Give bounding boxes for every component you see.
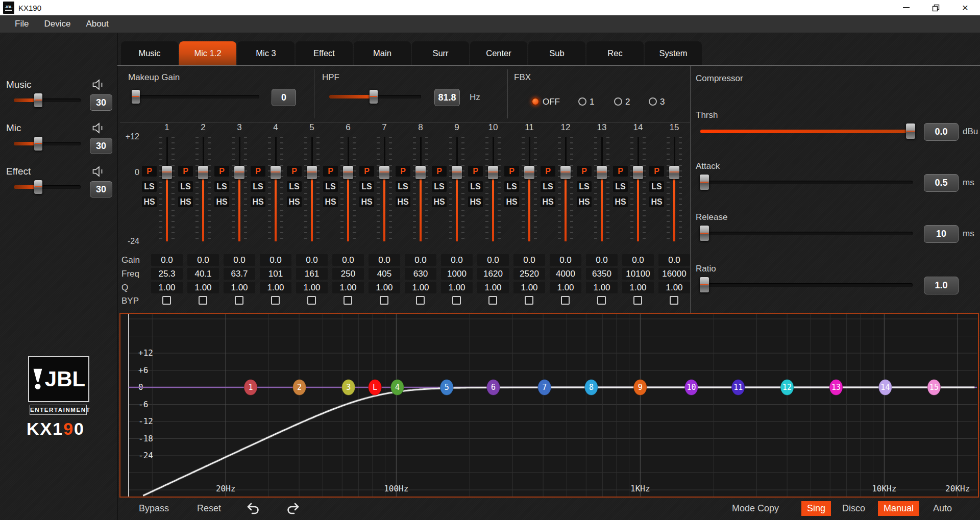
eq-q-value[interactable]: 1.00 (369, 282, 400, 293)
redo-button[interactable] (286, 502, 300, 514)
eq-band-handle[interactable] (234, 166, 244, 179)
eq-q-value[interactable]: 1.00 (586, 282, 618, 293)
menu-device[interactable]: Device (36, 19, 78, 29)
graph-band-marker-7[interactable]: 7 (538, 380, 551, 395)
compressor-ratio-handle[interactable] (700, 277, 709, 292)
eq-band-handle[interactable] (415, 166, 426, 179)
eq-freq-value[interactable]: 161 (296, 268, 328, 280)
graph-band-marker-3[interactable]: 3 (342, 380, 355, 395)
eq-freq-value[interactable]: 4000 (550, 268, 581, 280)
minimize-button[interactable] (891, 0, 921, 15)
eq-band-ls-button[interactable]: LS (577, 181, 592, 192)
eq-band-handle[interactable] (452, 166, 462, 179)
tab-effect[interactable]: Effect (296, 41, 353, 65)
tab-center[interactable]: Center (470, 41, 527, 65)
eq-freq-value[interactable]: 16000 (658, 268, 690, 280)
eq-band-p-button[interactable]: P (649, 166, 664, 177)
eq-band-handle[interactable] (597, 166, 607, 179)
close-button[interactable]: × (950, 0, 980, 15)
eq-band-ls-button[interactable]: LS (178, 181, 193, 192)
eq-bypass-checkbox[interactable] (235, 296, 243, 305)
tab-sub[interactable]: Sub (528, 41, 585, 65)
eq-freq-value[interactable]: 250 (332, 268, 364, 280)
eq-band-hs-button[interactable]: HS (541, 196, 555, 207)
mode-manual-button[interactable]: Manual (878, 501, 919, 516)
eq-bypass-checkbox[interactable] (307, 296, 316, 305)
eq-band-ls-button[interactable]: LS (323, 181, 338, 192)
eq-freq-value[interactable]: 630 (405, 268, 436, 280)
eq-bypass-checkbox[interactable] (525, 296, 533, 305)
eq-band-p-button[interactable]: P (613, 166, 628, 177)
eq-band-ls-button[interactable]: LS (142, 181, 157, 192)
eq-gain-value[interactable]: 0.0 (224, 254, 255, 266)
eq-bypass-checkbox[interactable] (670, 296, 678, 305)
eq-band-track-fill[interactable] (420, 172, 422, 241)
eq-band-hs-button[interactable]: HS (649, 196, 664, 207)
eq-band-track-fill[interactable] (528, 172, 530, 241)
eq-band-p-button[interactable]: P (359, 166, 374, 177)
fbx-radio-3[interactable] (649, 97, 657, 106)
bypass-button[interactable]: Bypass (139, 503, 169, 514)
channel-value[interactable]: 30 (90, 138, 112, 154)
eq-band-ls-button[interactable]: LS (504, 181, 519, 192)
fbx-radio-2[interactable] (614, 97, 622, 106)
restore-button[interactable] (921, 0, 950, 15)
compressor-attack-value[interactable]: 0.5 (924, 174, 959, 192)
eq-freq-value[interactable]: 10100 (622, 268, 654, 280)
mode-sing-button[interactable]: Sing (801, 501, 831, 516)
graph-band-marker-13[interactable]: 13 (829, 380, 843, 395)
tab-rec[interactable]: Rec (586, 41, 644, 65)
speaker-icon[interactable] (92, 79, 105, 90)
eq-band-track-fill[interactable] (565, 172, 567, 241)
eq-band-ls-button[interactable]: LS (287, 181, 302, 192)
eq-q-value[interactable]: 1.00 (477, 282, 509, 293)
eq-band-p-button[interactable]: P (577, 166, 592, 177)
eq-band-track-fill[interactable] (673, 172, 675, 241)
eq-freq-value[interactable]: 101 (260, 268, 291, 280)
eq-gain-value[interactable]: 0.0 (441, 254, 473, 266)
eq-bypass-checkbox[interactable] (271, 296, 280, 305)
eq-freq-value[interactable]: 1620 (477, 268, 509, 280)
eq-q-value[interactable]: 1.00 (550, 282, 581, 293)
eq-band-p-button[interactable]: P (178, 166, 193, 177)
eq-band-hs-button[interactable]: HS (396, 196, 410, 207)
eq-q-value[interactable]: 1.00 (187, 282, 219, 293)
eq-gain-value[interactable]: 0.0 (332, 254, 364, 266)
eq-gain-value[interactable]: 0.0 (586, 254, 618, 266)
eq-band-p-button[interactable]: P (468, 166, 483, 177)
eq-band-hs-button[interactable]: HS (178, 196, 193, 207)
compressor-release-handle[interactable] (700, 226, 709, 241)
fbx-radio-off[interactable] (531, 97, 540, 106)
eq-bypass-checkbox[interactable] (416, 296, 425, 305)
graph-band-marker-9[interactable]: 9 (633, 380, 647, 395)
eq-band-track-fill[interactable] (238, 172, 240, 241)
eq-band-track-fill[interactable] (275, 172, 277, 241)
graph-band-marker-12[interactable]: 12 (780, 380, 794, 395)
hpf-handle[interactable] (370, 90, 378, 104)
channel-value[interactable]: 30 (90, 181, 112, 197)
eq-band-p-button[interactable]: P (214, 166, 229, 177)
eq-band-hs-button[interactable]: HS (142, 196, 157, 207)
eq-gain-value[interactable]: 0.0 (369, 254, 400, 266)
eq-band-hs-button[interactable]: HS (251, 196, 265, 207)
eq-gain-value[interactable]: 0.0 (513, 254, 545, 266)
eq-band-hs-button[interactable]: HS (287, 196, 302, 207)
eq-band-handle[interactable] (379, 166, 389, 179)
mode-auto-button[interactable]: Auto (933, 503, 952, 514)
eq-band-track-fill[interactable] (456, 172, 458, 241)
eq-band-track-fill[interactable] (601, 172, 603, 241)
eq-band-hs-button[interactable]: HS (468, 196, 483, 207)
speaker-icon[interactable] (92, 122, 105, 134)
eq-band-track-fill[interactable] (492, 172, 494, 241)
graph-band-marker-L[interactable]: L (369, 380, 382, 395)
eq-gain-value[interactable]: 0.0 (187, 254, 219, 266)
eq-band-track-fill[interactable] (166, 172, 168, 241)
eq-band-handle[interactable] (524, 166, 534, 179)
eq-bypass-checkbox[interactable] (380, 296, 388, 305)
fbx-radio-1[interactable] (578, 97, 586, 106)
eq-band-handle[interactable] (560, 166, 571, 179)
graph-band-marker-5[interactable]: 5 (440, 380, 453, 395)
eq-q-value[interactable]: 1.00 (405, 282, 436, 293)
eq-q-value[interactable]: 1.00 (658, 282, 690, 293)
graph-band-marker-2[interactable]: 2 (293, 380, 306, 395)
